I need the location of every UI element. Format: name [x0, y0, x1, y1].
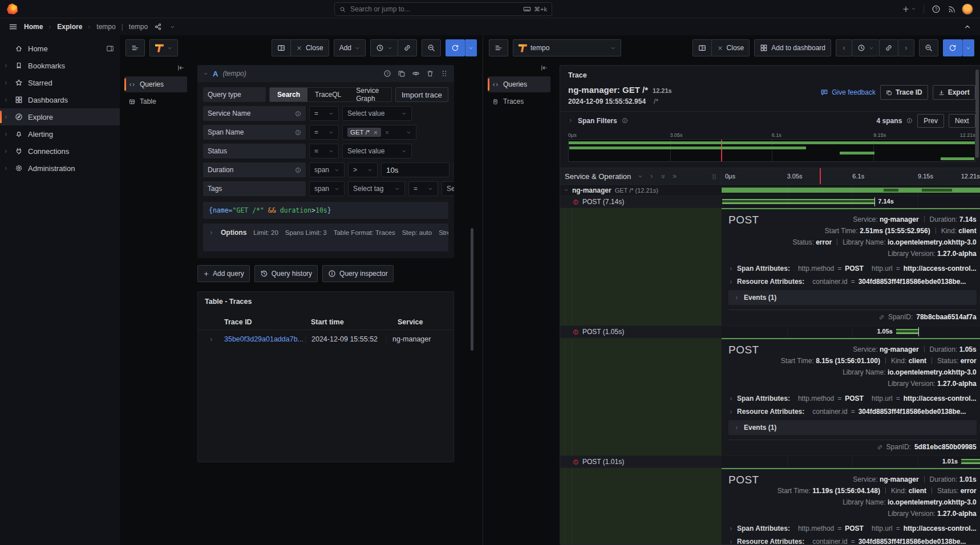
add-query-button[interactable]: Add query: [197, 265, 250, 282]
close-pane-button[interactable]: Close: [711, 39, 750, 56]
content-outline-button[interactable]: [489, 39, 508, 56]
duration-scope-select[interactable]: span: [309, 162, 345, 177]
duration-value-input[interactable]: [381, 162, 449, 177]
duration-max-operator[interactable]: <: [453, 162, 454, 177]
column-start-time[interactable]: Start time: [311, 318, 398, 326]
query-help-icon[interactable]: [383, 70, 391, 78]
run-query-button[interactable]: [943, 39, 962, 56]
rail-item-queries[interactable]: Queries: [488, 76, 550, 92]
collapse-toolbar-button[interactable]: [962, 21, 973, 32]
service-name-operator-select[interactable]: =: [309, 106, 339, 121]
chevron-down-icon[interactable]: [564, 188, 569, 193]
query-inspector-button[interactable]: Query inspector: [322, 265, 394, 282]
mega-menu-button[interactable]: [7, 21, 19, 33]
expand-one-icon[interactable]: [649, 174, 654, 179]
link-icon[interactable]: [877, 444, 883, 450]
export-button[interactable]: Export: [933, 85, 975, 100]
chevron-down-icon[interactable]: [203, 71, 208, 76]
time-shift-forward-button[interactable]: [898, 39, 914, 56]
span-attributes-row[interactable]: Span Attributes: http.method=POST http.u…: [728, 265, 977, 272]
clear-icon[interactable]: [384, 130, 390, 135]
sidebar-item-alerting[interactable]: Alerting: [0, 125, 120, 143]
remove-chip-icon[interactable]: [373, 130, 378, 135]
chevron-right-icon[interactable]: [3, 97, 9, 103]
span-bar[interactable]: [722, 199, 874, 204]
column-service[interactable]: Service: [398, 318, 423, 326]
drag-handle-icon[interactable]: [440, 70, 448, 78]
chevron-right-icon[interactable]: [3, 132, 9, 137]
service-name-value-select[interactable]: Select value: [342, 106, 412, 121]
rail-item-queries[interactable]: Queries: [124, 76, 187, 92]
chevron-right-icon[interactable]: [3, 63, 9, 68]
breadcrumb-explore[interactable]: Explore: [57, 23, 82, 31]
rail-item-traces[interactable]: Traces: [488, 93, 550, 109]
collapse-rail-icon[interactable]: [540, 64, 548, 72]
open-in-split-button[interactable]: [272, 39, 291, 56]
content-outline-button[interactable]: [125, 39, 145, 56]
span-attributes-row[interactable]: Span Attributes: http.method=POST http.u…: [728, 394, 977, 402]
span-name-chip[interactable]: GET /*: [347, 128, 381, 137]
add-to-dashboard-button[interactable]: Add to dashboard: [754, 39, 831, 56]
left-pane-scrollbar[interactable]: [471, 228, 473, 351]
sidebar-item-home[interactable]: Home: [0, 40, 120, 57]
new-button[interactable]: [900, 3, 918, 15]
tags-key-select[interactable]: Select tag: [348, 181, 405, 196]
minimap-canvas[interactable]: [568, 139, 975, 162]
query-options-row[interactable]: Options Limit: 20 Spans Limit: 3 Table F…: [203, 223, 448, 251]
table-row[interactable]: 35be0f3d29a01adda7b... 2024-12-09 15:55:…: [198, 330, 453, 348]
remove-query-icon[interactable]: [426, 70, 434, 78]
avatar[interactable]: [962, 3, 973, 15]
grafana-logo-icon[interactable]: [7, 3, 18, 14]
datasource-picker[interactable]: [149, 39, 178, 56]
span-attributes-row[interactable]: Span Attributes: http.method=POST http.u…: [728, 524, 977, 532]
chevron-right-icon[interactable]: [3, 149, 9, 154]
datasource-picker[interactable]: tempo: [513, 39, 621, 56]
span-filters-label[interactable]: Span Filters: [578, 117, 617, 125]
trace-id-button[interactable]: Trace ID: [880, 85, 928, 100]
events-row[interactable]: Events (1): [728, 290, 977, 305]
sidebar-item-administration[interactable]: Administration: [0, 160, 120, 177]
duration-operator-select[interactable]: >: [348, 162, 378, 177]
tags-value-select[interactable]: Select va: [442, 181, 454, 196]
permalink-button[interactable]: [398, 39, 417, 56]
chevron-right-icon[interactable]: [3, 80, 9, 86]
span-name-operator-select[interactable]: =: [309, 125, 339, 140]
import-trace-button[interactable]: Import trace: [395, 87, 448, 102]
span-row-post-3[interactable]: POST (1.01s) 1.01s: [560, 456, 980, 468]
time-picker-button[interactable]: [852, 39, 880, 56]
help-button[interactable]: [930, 3, 942, 15]
give-feedback-link[interactable]: Give feedback: [820, 88, 876, 96]
add-button[interactable]: Add: [334, 39, 366, 56]
resource-attributes-row[interactable]: Resource Attributes: container.id=304fd8…: [728, 278, 977, 286]
column-trace-id[interactable]: Trace ID: [224, 318, 311, 326]
duplicate-query-icon[interactable]: [398, 70, 406, 78]
breadcrumb-home[interactable]: Home: [24, 23, 43, 31]
share-shortened-link-button[interactable]: [152, 21, 164, 32]
run-query-interval-button[interactable]: [962, 39, 974, 56]
disable-query-icon[interactable]: [412, 70, 420, 78]
sidebar-item-explore[interactable]: Explore: [0, 108, 120, 125]
tab-search[interactable]: Search: [270, 88, 307, 101]
status-value-select[interactable]: Select value: [342, 144, 412, 158]
expand-all-icon[interactable]: [672, 174, 677, 179]
collapse-rail-icon[interactable]: [177, 64, 185, 72]
events-row[interactable]: Events (1): [728, 420, 977, 435]
span-row-root[interactable]: ng-manager GET /* (12.21s): [560, 185, 980, 196]
search-box[interactable]: ⌘+k: [334, 2, 552, 16]
breadcrumb-actions-button[interactable]: [168, 23, 177, 31]
collapse-one-icon[interactable]: [638, 174, 643, 179]
chevron-right-icon[interactable]: [3, 115, 9, 120]
zoom-out-button[interactable]: [422, 39, 441, 56]
tags-operator-select[interactable]: =: [408, 181, 438, 196]
tab-service-graph[interactable]: Service Graph: [349, 88, 391, 101]
resource-attributes-row[interactable]: Resource Attributes: container.id=304fd8…: [728, 538, 977, 544]
right-pane-scrollbar[interactable]: [975, 70, 979, 158]
run-query-interval-button[interactable]: [465, 39, 477, 56]
query-history-button[interactable]: Query history: [254, 265, 318, 282]
zoom-out-button[interactable]: [919, 39, 938, 56]
tab-traceql[interactable]: TraceQL: [307, 88, 349, 101]
sidebar-item-connections[interactable]: Connections: [0, 143, 120, 160]
rail-item-table[interactable]: Table: [124, 93, 187, 109]
trace-minimap[interactable]: 0μs 3.05s 6.1s 9.15s 12.21s: [560, 129, 980, 168]
sidebar-item-bookmarks[interactable]: Bookmarks: [0, 57, 120, 74]
